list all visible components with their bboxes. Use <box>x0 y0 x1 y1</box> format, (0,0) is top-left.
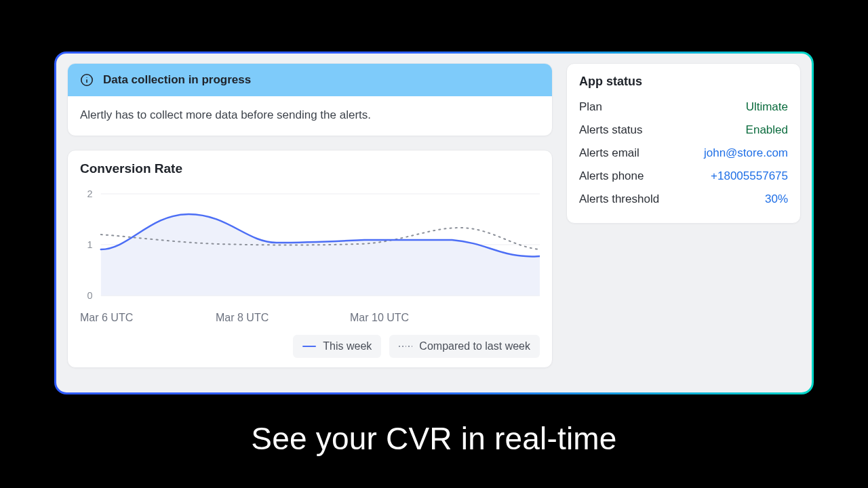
banner-title: Data collection in progress <box>103 73 251 87</box>
status-value[interactable]: john@store.com <box>704 146 788 160</box>
status-row-plan: Plan Ultimate <box>579 96 788 119</box>
status-value: Enabled <box>746 123 788 137</box>
status-row-alerts-phone: Alerts phone +18005557675 <box>579 165 788 188</box>
status-label: Alerts phone <box>579 169 644 183</box>
status-value: Ultimate <box>746 100 788 114</box>
chart-svg: 2 1 0 <box>80 180 540 308</box>
conversion-rate-card: Conversion Rate 2 1 0 <box>67 150 553 368</box>
app-status-card: App status Plan Ultimate Alerts status E… <box>566 63 801 224</box>
hero-tagline: See your CVR in real-time <box>0 420 868 457</box>
status-label: Plan <box>579 100 602 114</box>
status-row-alerts-threshold: Alerts threshold 30% <box>579 188 788 211</box>
data-collection-banner: Data collection in progress Alertly has … <box>67 63 553 136</box>
svg-point-2 <box>86 77 87 78</box>
status-label: Alerts threshold <box>579 192 659 206</box>
x-tick-2: Mar 10 UTC <box>350 312 409 324</box>
x-tick-0: Mar 6 UTC <box>80 312 216 324</box>
legend-this-week-label: This week <box>323 340 372 352</box>
chart-title: Conversion Rate <box>80 161 540 176</box>
status-row-alerts-status: Alerts status Enabled <box>579 119 788 142</box>
y-tick-1: 1 <box>87 239 92 250</box>
status-value[interactable]: 30% <box>765 192 788 206</box>
app-status-title: App status <box>579 75 788 89</box>
y-tick-2: 2 <box>87 188 92 199</box>
app-frame-inner: Data collection in progress Alertly has … <box>56 54 812 392</box>
legend-last-week-label: Compared to last week <box>419 340 530 352</box>
y-tick-0: 0 <box>87 290 92 301</box>
right-column: App status Plan Ultimate Alerts status E… <box>566 63 801 383</box>
left-column: Data collection in progress Alertly has … <box>67 63 553 383</box>
legend-mark-solid-icon <box>302 346 316 347</box>
status-row-alerts-email: Alerts email john@store.com <box>579 142 788 165</box>
legend-mark-dotted-icon <box>399 344 412 348</box>
chart-plot: 2 1 0 <box>80 180 540 308</box>
status-label: Alerts status <box>579 123 643 137</box>
status-label: Alerts email <box>579 146 639 160</box>
banner-header: Data collection in progress <box>68 64 552 96</box>
x-tick-1: Mar 8 UTC <box>216 312 350 324</box>
app-frame: Data collection in progress Alertly has … <box>54 52 814 394</box>
status-value[interactable]: +18005557675 <box>711 169 788 183</box>
chart-legend: This week Compared to last week <box>80 335 540 358</box>
info-icon <box>80 73 94 87</box>
legend-last-week[interactable]: Compared to last week <box>389 335 540 358</box>
area-this-week <box>101 214 540 296</box>
x-axis-labels: Mar 6 UTC Mar 8 UTC Mar 10 UTC <box>80 312 540 324</box>
legend-this-week[interactable]: This week <box>293 335 381 358</box>
banner-body: Alertly has to collect more data before … <box>68 96 552 136</box>
